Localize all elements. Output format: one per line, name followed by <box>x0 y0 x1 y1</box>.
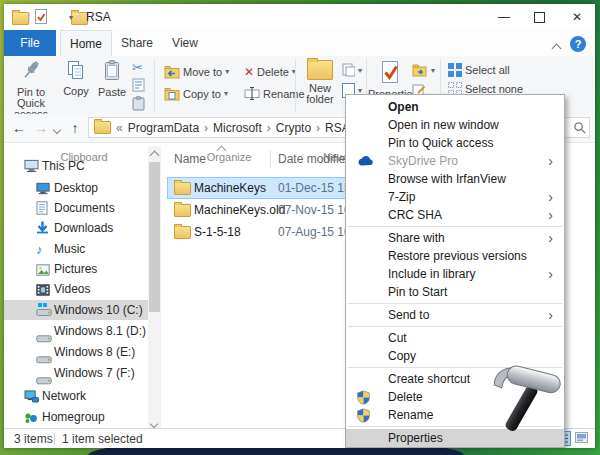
copy-path-icon[interactable] <box>132 78 146 95</box>
help-icon[interactable]: ? <box>570 36 586 52</box>
homegroup-icon <box>24 410 39 430</box>
tab-file[interactable]: File <box>4 30 56 56</box>
selection-count: 1 item selected <box>62 432 143 446</box>
sidebar-item-network[interactable]: Network <box>4 386 148 406</box>
video-icon <box>36 282 50 302</box>
submenu-arrow-icon: › <box>548 188 553 206</box>
group-separator <box>154 59 155 111</box>
computer-icon <box>24 159 39 179</box>
up-button[interactable]: ↑ <box>64 114 86 142</box>
qat-separator2: | <box>78 10 81 22</box>
delete-label: Delete <box>257 66 289 78</box>
menu-item-pin-to-quick-access[interactable]: Pin to Quick access <box>346 134 564 152</box>
new-folder-icon <box>307 60 333 80</box>
menu-item-7zip[interactable]: 7-Zip› <box>346 188 564 206</box>
explorer-app-icon <box>12 12 29 25</box>
music-icon: ♪ <box>36 240 43 260</box>
dropdown-icon: ▾ <box>225 68 229 76</box>
sidebar-scrollbar[interactable] <box>148 146 161 428</box>
menu-item-cut[interactable]: Cut <box>346 329 564 347</box>
close-button[interactable]: ✕ <box>561 6 593 28</box>
sidebar-item-windows8-e[interactable]: Windows 8 (E:) <box>4 342 148 362</box>
select-all-button[interactable]: Select all <box>448 61 510 78</box>
menu-item-include-in-library[interactable]: Include in library› <box>346 265 564 283</box>
crumb-programdata[interactable]: ProgramData <box>128 121 199 135</box>
submenu-arrow-icon: › <box>548 265 553 283</box>
collapse-ribbon-icon[interactable] <box>553 41 560 55</box>
title-bar: | ▾ | RSA — ✕ <box>4 4 595 30</box>
back-button[interactable]: ← <box>8 114 30 142</box>
submenu-arrow-icon: › <box>548 152 553 170</box>
menu-item-pin-to-start[interactable]: Pin to Start <box>346 283 564 301</box>
menu-item-browse-with-irfanview[interactable]: Browse with IrfanView <box>346 170 564 188</box>
move-to-button[interactable]: Move to▾ <box>164 63 229 80</box>
folder-icon <box>174 226 191 239</box>
column-header-name[interactable]: Name <box>174 152 206 166</box>
sidebar-item-windows81-d[interactable]: Windows 8.1 (D:) <box>4 321 148 341</box>
sidebar-item-downloads[interactable]: Downloads <box>4 218 148 238</box>
sidebar-item-videos[interactable]: Videos <box>4 279 148 299</box>
scroll-up-icon[interactable] <box>151 148 158 162</box>
submenu-arrow-icon: › <box>548 229 553 247</box>
sidebar-item-desktop[interactable]: Desktop <box>4 178 148 198</box>
forward-button[interactable]: → <box>30 114 52 142</box>
crumb-separator: › <box>204 121 208 135</box>
menu-item-restore-previous-versions[interactable]: Restore previous versions <box>346 247 564 265</box>
sidebar-item-music[interactable]: ♪ Music <box>4 239 148 259</box>
dropdown-icon: ▾ <box>358 67 362 75</box>
delete-button[interactable]: ✕ Delete▾ <box>244 63 296 80</box>
sidebar-item-homegroup[interactable]: Homegroup <box>4 407 148 427</box>
tab-home[interactable]: Home <box>60 30 112 56</box>
scrollbar-thumb[interactable] <box>149 162 160 312</box>
sidebar-item-documents[interactable]: Documents <box>4 198 148 218</box>
paste-shortcut-icon[interactable] <box>132 96 145 114</box>
new-folder-button[interactable]: New folder <box>300 58 340 105</box>
sidebar-item-windows10-c[interactable]: Windows 10 (C:) <box>4 300 148 320</box>
pin-label-line1: Pin to Quick <box>17 86 45 109</box>
menu-item-skydrive-pro[interactable]: SkyDrive Pro › <box>346 152 564 170</box>
menu-item-share-with[interactable]: Share with› <box>346 229 564 247</box>
sort-ascending-icon <box>218 143 225 157</box>
crumb-crypto[interactable]: Crypto <box>276 121 311 135</box>
maximize-button[interactable] <box>523 6 555 28</box>
tab-view[interactable]: View <box>162 30 208 55</box>
tab-share[interactable]: Share <box>112 30 162 55</box>
crumb-microsoft[interactable]: Microsoft <box>213 121 262 135</box>
dropdown-icon: ▾ <box>431 67 435 75</box>
properties-icon <box>368 60 412 86</box>
open-button[interactable]: ▾ <box>412 62 435 79</box>
sidebar-item-windows7-f[interactable]: Windows 7 (F:) <box>4 363 148 383</box>
copy-to-icon <box>164 87 180 101</box>
column-divider[interactable] <box>270 150 271 168</box>
copy-button[interactable]: Copy <box>58 58 94 97</box>
paste-button[interactable]: Paste <box>94 58 130 98</box>
menu-item-open-in-new-window[interactable]: Open in new window <box>346 116 564 134</box>
paste-label: Paste <box>98 86 126 98</box>
menu-item-send-to[interactable]: Send to› <box>346 306 564 324</box>
sidebar-item-pictures[interactable]: Pictures <box>4 259 148 279</box>
select-all-icon <box>448 63 462 77</box>
window-title: RSA <box>86 10 111 24</box>
recent-locations-icon[interactable] <box>50 114 64 142</box>
sidebar-item-this-pc[interactable]: This PC <box>4 156 148 176</box>
open-icon <box>412 64 428 77</box>
qat-dropdown-icon[interactable]: ▾ <box>69 14 73 22</box>
menu-item-open[interactable]: Open <box>346 98 564 116</box>
status-divider <box>54 433 55 445</box>
properties-quick-icon[interactable] <box>35 9 47 27</box>
cut-icon[interactable]: ✂ <box>132 60 143 75</box>
thumbnail-view-button[interactable] <box>574 431 591 446</box>
minimize-button[interactable]: — <box>488 6 520 28</box>
folder-icon <box>174 182 191 195</box>
ribbon-tab-row: File Home Share View ? <box>4 30 595 56</box>
copy-to-button[interactable]: Copy to▾ <box>164 85 228 102</box>
network-icon <box>24 389 39 409</box>
column-header-date-modified[interactable]: Date modified <box>278 152 352 166</box>
menu-separator <box>348 226 562 227</box>
new-item-button[interactable]: ▾ <box>342 62 362 79</box>
menu-item-crc-sha[interactable]: CRC SHA› <box>346 206 564 224</box>
hammer-watermark <box>486 358 574 437</box>
drive-windows-icon <box>36 303 52 323</box>
pin-to-quick-access-button[interactable]: Pin to Quick access <box>6 58 56 120</box>
uac-shield-icon <box>357 408 370 428</box>
